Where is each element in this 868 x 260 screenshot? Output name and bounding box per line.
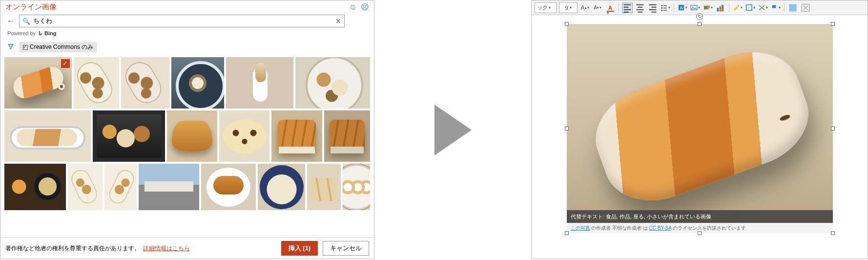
resize-handle[interactable] xyxy=(831,127,835,130)
result-thumb[interactable] xyxy=(307,164,340,210)
filter-icon[interactable] xyxy=(7,43,14,51)
result-thumb[interactable] xyxy=(226,57,293,108)
resize-handle[interactable] xyxy=(698,22,702,26)
cc-filter-chip[interactable]: Creative Commons のみ xyxy=(19,42,97,52)
svg-point-8 xyxy=(706,5,710,9)
online-images-dialog: オンライン画像 ☺ ☹ ← 🔍 ✕ Powered by Bing Creati… xyxy=(0,0,374,259)
result-thumb[interactable] xyxy=(343,164,370,210)
insert-chart-button[interactable] xyxy=(715,2,726,13)
font-size-text: 9 xyxy=(565,5,568,11)
svg-point-1 xyxy=(661,7,662,9)
selected-check-icon: ✓ xyxy=(61,59,70,68)
bing-logo: Bing xyxy=(38,30,56,36)
powered-by: Powered by Bing xyxy=(0,29,374,39)
grow-font-button[interactable]: A▴ xyxy=(579,2,590,13)
result-thumb[interactable] xyxy=(74,57,119,108)
flag-button[interactable] xyxy=(770,2,781,13)
styles-button[interactable]: A xyxy=(677,2,688,13)
attrib-photo-link[interactable]: この写真 xyxy=(571,225,590,231)
insert-shape-button[interactable] xyxy=(703,2,713,13)
resize-handle[interactable] xyxy=(565,231,569,235)
result-thumb[interactable] xyxy=(93,110,165,162)
alt-text: 代替テキスト: 食品, 作品, 座る, 小さいが含まれている画像 xyxy=(571,214,711,219)
align-right-button[interactable] xyxy=(647,2,658,13)
text-effects-button[interactable] xyxy=(758,2,768,13)
shrink-font-button[interactable]: A▾ xyxy=(592,2,603,13)
svg-rect-11 xyxy=(722,4,724,11)
result-thumb[interactable] xyxy=(324,110,370,162)
align-center-button[interactable] xyxy=(635,2,645,13)
resize-handle[interactable] xyxy=(831,231,835,235)
results-grid: ✓ xyxy=(0,55,374,238)
bing-text: Bing xyxy=(44,30,56,36)
dialog-footer: 著作権など他者の権利を尊重する責任があります。 詳細情報はこちら 挿入 (1) … xyxy=(0,238,374,259)
inserted-image[interactable] xyxy=(567,24,833,233)
insert-button[interactable]: 挿入 (1) xyxy=(281,241,318,256)
selected-image-frame[interactable]: 代替テキスト: 食品, 作品, 座る, 小さいが含まれている画像 この写真 の作… xyxy=(567,24,833,233)
transition-arrow xyxy=(374,0,531,260)
back-button[interactable]: ← xyxy=(5,16,16,26)
cc-filter-label: Creative Commons のみ xyxy=(30,43,93,51)
cancel-button[interactable]: キャンセル xyxy=(323,241,369,256)
highlight-button[interactable] xyxy=(732,2,743,13)
alt-text-caption: 代替テキスト: 食品, 作品, 座る, 小さいが含まれている画像 xyxy=(567,210,833,223)
svg-rect-9 xyxy=(717,8,719,12)
result-thumb[interactable] xyxy=(258,164,305,210)
border-button[interactable] xyxy=(745,2,756,13)
result-thumb[interactable] xyxy=(4,110,91,162)
page-color-button[interactable] xyxy=(787,2,798,13)
attrib-mid: の作成者 不明な作成者 は xyxy=(590,225,649,231)
result-thumb[interactable] xyxy=(219,110,269,162)
result-thumb[interactable] xyxy=(167,110,217,162)
frown-icon[interactable]: ☹ xyxy=(360,3,369,12)
svg-rect-13 xyxy=(789,4,797,11)
result-thumb[interactable] xyxy=(171,57,224,108)
result-thumb[interactable] xyxy=(121,57,169,108)
document-canvas[interactable]: 代替テキスト: 食品, 作品, 座る, 小さいが含まれている画像 この写真 の作… xyxy=(532,15,868,259)
search-row: ← 🔍 ✕ xyxy=(0,12,374,29)
dialog-header: オンライン画像 ☺ ☹ xyxy=(0,0,374,12)
powered-label: Powered by xyxy=(7,30,36,36)
clear-format-button[interactable] xyxy=(800,2,811,13)
arrow-right-icon xyxy=(434,105,472,155)
svg-point-0 xyxy=(661,5,662,6)
smile-icon[interactable]: ☺ xyxy=(349,3,357,12)
resize-handle[interactable] xyxy=(831,22,835,26)
insert-image-button[interactable] xyxy=(690,2,701,13)
svg-rect-10 xyxy=(720,6,722,11)
font-name-box[interactable]: ック ▾ xyxy=(535,2,557,13)
result-thumb[interactable] xyxy=(139,164,200,210)
svg-point-2 xyxy=(661,10,662,11)
result-thumb[interactable] xyxy=(104,164,137,210)
disclaimer-text: 著作権など他者の権利を尊重する責任があります。 xyxy=(5,244,140,253)
dialog-title: オンライン画像 xyxy=(5,2,57,12)
result-thumb[interactable] xyxy=(68,164,102,210)
bullets-button[interactable] xyxy=(660,2,671,13)
align-left-button[interactable] xyxy=(622,2,633,13)
font-size-box[interactable]: 9 ▾ xyxy=(559,2,578,13)
font-color-button[interactable]: A xyxy=(605,2,616,13)
bing-icon xyxy=(38,30,43,36)
result-thumb[interactable] xyxy=(201,164,256,210)
result-thumb[interactable] xyxy=(4,164,66,210)
feedback-icons: ☺ ☹ xyxy=(349,3,369,12)
resize-handle[interactable] xyxy=(698,231,702,235)
search-input[interactable] xyxy=(33,18,332,25)
attrib-license-link[interactable]: CC BY-SA xyxy=(649,225,672,231)
result-thumb[interactable] xyxy=(271,110,322,162)
result-thumb[interactable]: ✓ xyxy=(4,57,72,108)
footer-disclaimer: 著作権など他者の権利を尊重する責任があります。 詳細情報はこちら xyxy=(5,244,190,253)
detail-link[interactable]: 詳細情報はこちら xyxy=(143,244,190,253)
resize-handle[interactable] xyxy=(565,22,569,26)
rotate-handle[interactable] xyxy=(696,13,703,20)
result-thumb[interactable] xyxy=(295,57,370,108)
filter-row: Creative Commons のみ xyxy=(0,39,374,55)
search-box[interactable]: 🔍 ✕ xyxy=(19,15,345,27)
footer-buttons: 挿入 (1) キャンセル xyxy=(281,241,370,256)
checkbox-icon xyxy=(23,45,28,50)
font-name-text: ック xyxy=(537,4,548,11)
clear-icon[interactable]: ✕ xyxy=(335,17,341,25)
svg-rect-12 xyxy=(746,5,752,10)
resize-handle[interactable] xyxy=(565,127,569,130)
search-icon: 🔍 xyxy=(22,18,30,25)
